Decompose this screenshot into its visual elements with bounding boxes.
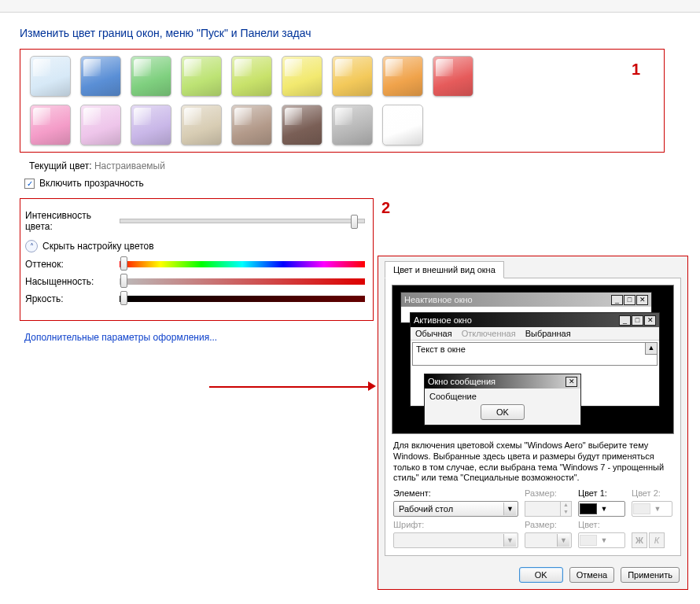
font-size-combo: ▼: [525, 532, 572, 548]
minimize-icon: _: [619, 315, 631, 326]
fsize-label: Размер:: [525, 520, 572, 529]
page-title: Изменить цвет границ окон, меню "Пуск" и…: [20, 27, 684, 39]
saturation-label: Насыщенность:: [25, 276, 120, 287]
saturation-slider[interactable]: [120, 278, 365, 285]
color-swatch[interactable]: [282, 105, 322, 145]
current-color-value: Настраиваемый: [94, 160, 165, 171]
hue-slider[interactable]: [120, 261, 365, 267]
size-label: Размер:: [525, 488, 572, 498]
close-icon: ✕: [644, 315, 656, 326]
size-spinner: ▲▼: [525, 501, 572, 517]
preview-textarea: Текст в окне ▲: [412, 342, 658, 366]
element-label: Элемент:: [393, 488, 518, 498]
message-ok-button: OK: [481, 404, 525, 420]
transparency-label: Включить прозрачность: [39, 178, 144, 189]
maximize-icon: □: [624, 295, 636, 305]
text-in-window: Текст в окне: [416, 344, 466, 354]
ok-button[interactable]: OK: [519, 567, 563, 583]
color-swatch[interactable]: [332, 105, 373, 145]
color-swatch[interactable]: [231, 56, 272, 97]
color2-picker: ▼: [632, 501, 672, 517]
color-swatch[interactable]: [80, 56, 121, 97]
transparency-checkbox[interactable]: ✓: [24, 179, 35, 189]
chevron-down-icon: ▼: [599, 505, 610, 513]
menu-selected: Выбранная: [525, 329, 571, 338]
color-swatch[interactable]: [30, 56, 71, 97]
active-window-title: Активное окно: [414, 315, 472, 325]
color-swatch[interactable]: [181, 56, 222, 97]
color-swatch[interactable]: [131, 56, 171, 97]
collapse-label: Скрыть настройку цветов: [42, 241, 154, 252]
brightness-label: Яркость:: [25, 293, 120, 304]
annotation-arrow-head: [368, 381, 376, 391]
brightness-slider[interactable]: [120, 296, 365, 302]
element-combo[interactable]: Рабочий стол ▼: [393, 501, 518, 517]
menu-normal: Обычная: [415, 329, 452, 338]
color-swatch[interactable]: [282, 56, 322, 97]
fcolor-label: Цвет:: [578, 520, 625, 529]
appearance-dialog: Цвет и внешний вид окна Неактивное окно …: [378, 256, 688, 590]
preview-message-window: Окно сообщения ✕ Сообщение OK: [424, 374, 581, 425]
annotation-2: 2: [381, 199, 390, 217]
element-combo-value: Рабочий стол: [399, 504, 453, 514]
intensity-label: Интенсивность цвета:: [25, 210, 120, 232]
color-swatch[interactable]: [30, 105, 71, 145]
italic-toggle: К: [649, 532, 665, 548]
color2-label: Цвет 2:: [632, 488, 672, 498]
color-swatch[interactable]: [382, 56, 423, 97]
color-swatch[interactable]: [80, 105, 121, 145]
advanced-appearance-link[interactable]: Дополнительные параметры оформления...: [24, 332, 217, 343]
color1-picker[interactable]: ▼: [578, 501, 625, 517]
close-icon: ✕: [636, 295, 648, 305]
font-label: Шрифт:: [393, 520, 518, 529]
message-body-text: Сообщение: [429, 392, 477, 401]
close-icon: ✕: [566, 377, 577, 387]
chevron-down-icon: ▼: [503, 503, 516, 515]
color-swatch[interactable]: [231, 105, 272, 145]
color-swatch[interactable]: [181, 105, 222, 145]
scroll-up-icon: ▲: [645, 343, 657, 355]
appearance-preview: Неактивное окно _ □ ✕ Активное окно _ □ …: [392, 285, 674, 434]
message-window-title: Окно сообщения: [428, 377, 496, 386]
color1-label: Цвет 1:: [578, 488, 625, 498]
dialog-tab[interactable]: Цвет и внешний вид окна: [385, 261, 504, 278]
minimize-icon: _: [611, 295, 623, 305]
annotation-arrow: [209, 386, 368, 388]
maximize-icon: □: [632, 315, 643, 326]
font-color-picker: ▼: [578, 532, 625, 548]
color-swatch[interactable]: [131, 105, 171, 145]
cancel-button[interactable]: Отмена: [569, 567, 614, 583]
color-swatch[interactable]: [382, 105, 423, 145]
dialog-help-text: Для включения цветовой схемы "Windows Ae…: [393, 440, 672, 484]
apply-button[interactable]: Применить: [621, 567, 680, 583]
color-swatch[interactable]: [332, 56, 373, 97]
color-swatch-group: 1: [20, 49, 665, 153]
current-color-label: Текущий цвет:: [29, 160, 92, 171]
intensity-slider[interactable]: [120, 219, 365, 223]
bold-toggle: Ж: [632, 532, 647, 548]
window-chrome-top: [0, 0, 700, 13]
hue-label: Оттенок:: [25, 259, 120, 270]
preview-menubar: Обычная Отключенная Выбранная: [411, 327, 659, 341]
color-tuning-group: 2 Интенсивность цвета: ˄ Скрыть настройк…: [20, 198, 374, 321]
inactive-window-title: Неактивное окно: [404, 295, 473, 304]
chevron-down-icon: ▼: [652, 505, 663, 513]
current-color-line: Текущий цвет: Настраиваемый: [29, 160, 684, 171]
menu-disabled: Отключенная: [462, 329, 516, 338]
font-combo: ▼: [393, 532, 518, 548]
chevron-up-icon[interactable]: ˄: [25, 240, 38, 252]
color-swatch[interactable]: [433, 56, 473, 97]
